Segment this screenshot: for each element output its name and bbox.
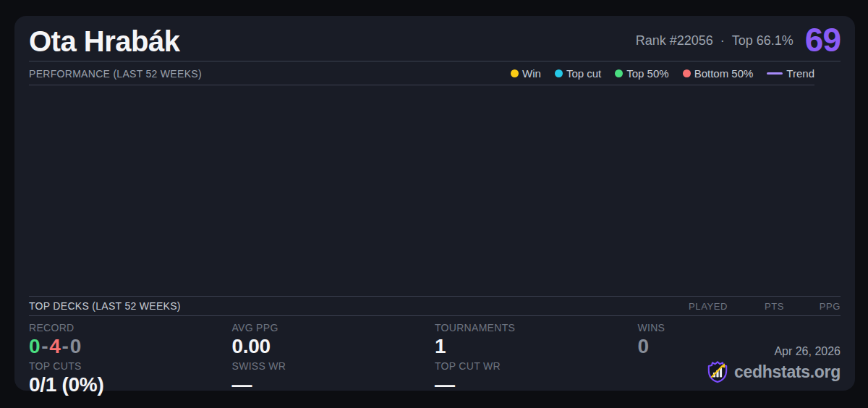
stat-label: AVG PPG: [232, 322, 435, 334]
legend-label: Top cut: [566, 67, 601, 80]
stat-label: SWISS WR: [232, 360, 435, 373]
top-decks-title: TOP DECKS (LAST 52 WEEKS): [29, 300, 181, 312]
record-losses: 4: [49, 335, 60, 357]
brand-row: cedhstats.org: [707, 360, 841, 383]
player-stats-card: Ota Hrabák Rank #22056 · Top 66.1% 69 PE…: [14, 16, 855, 391]
top50-dot-icon: [615, 69, 623, 77]
stat-swiss-wr: SWISS WR —: [232, 360, 435, 395]
legend-item-top-cut: Top cut: [555, 67, 601, 80]
legend-item-trend: Trend: [767, 67, 814, 80]
top-cut-dot-icon: [555, 69, 563, 77]
card-footer: Apr 26, 2026 cedhstats.org: [707, 345, 841, 383]
column-header-played: PLAYED: [689, 301, 728, 312]
record-wins: 0: [29, 335, 40, 357]
stat-label: TOP CUT WR: [435, 360, 638, 373]
swiss-wr-value: —: [232, 374, 435, 395]
card-header: Ota Hrabák Rank #22056 · Top 66.1% 69: [29, 16, 841, 61]
top-decks-column-headers: PLAYED PTS PPG: [689, 301, 841, 312]
avg-ppg-value: 0.00: [232, 336, 435, 357]
stat-top-cuts: TOP CUTS 0/1 (0%): [29, 360, 232, 395]
stat-record: RECORD 0-4-0: [29, 322, 232, 357]
legend-label: Win: [522, 67, 541, 80]
performance-chart: [29, 85, 841, 296]
chart-legend: Win Top cut Top 50% Bottom 50% Trend: [511, 67, 814, 80]
percentile-label: Top 66.1%: [732, 33, 793, 48]
rank-summary: Rank #22056 · Top 66.1% 69: [636, 27, 841, 56]
bottom50-dot-icon: [683, 69, 691, 77]
player-score: 69: [805, 27, 841, 54]
top-decks-section-header: TOP DECKS (LAST 52 WEEKS) PLAYED PTS PPG: [29, 296, 841, 316]
stat-label: TOURNAMENTS: [435, 322, 638, 334]
stat-top-cut-wr: TOP CUT WR —: [435, 360, 638, 395]
trend-line-icon: [767, 72, 783, 75]
legend-item-win: Win: [511, 67, 541, 80]
record-separator: -: [41, 335, 48, 357]
cedhstats-logo-icon: [707, 360, 728, 383]
record-draws: 0: [70, 335, 81, 357]
generated-date: Apr 26, 2026: [707, 345, 841, 358]
column-header-pts: PTS: [762, 301, 784, 312]
record-separator: -: [62, 335, 69, 357]
stat-label: WINS: [638, 322, 841, 334]
stat-label: TOP CUTS: [29, 360, 232, 373]
top-cut-wr-value: —: [435, 374, 638, 395]
performance-section-header: PERFORMANCE (LAST 52 WEEKS) Win Top cut …: [29, 61, 814, 85]
performance-title: PERFORMANCE (LAST 52 WEEKS): [29, 68, 202, 80]
legend-item-top50: Top 50%: [615, 67, 668, 80]
rank-label: Rank #22056: [636, 33, 713, 48]
tournaments-value: 1: [435, 336, 638, 357]
record-value: 0-4-0: [29, 336, 232, 357]
legend-label: Top 50%: [626, 67, 668, 80]
win-dot-icon: [511, 69, 519, 77]
stat-avg-ppg: AVG PPG 0.00: [232, 322, 435, 357]
top-cuts-value: 0/1 (0%): [29, 374, 232, 395]
legend-item-bottom50: Bottom 50%: [683, 67, 754, 80]
legend-label: Trend: [786, 67, 814, 80]
legend-label: Bottom 50%: [694, 67, 754, 80]
column-header-ppg: PPG: [819, 301, 841, 312]
stat-tournaments: TOURNAMENTS 1: [435, 322, 638, 357]
rank-line: Rank #22056 · Top 66.1%: [636, 33, 793, 48]
page-title: Ota Hrabák: [29, 27, 179, 56]
stat-label: RECORD: [29, 322, 232, 334]
rank-separator-dot: ·: [720, 33, 725, 48]
brand-name: cedhstats.org: [734, 362, 841, 382]
